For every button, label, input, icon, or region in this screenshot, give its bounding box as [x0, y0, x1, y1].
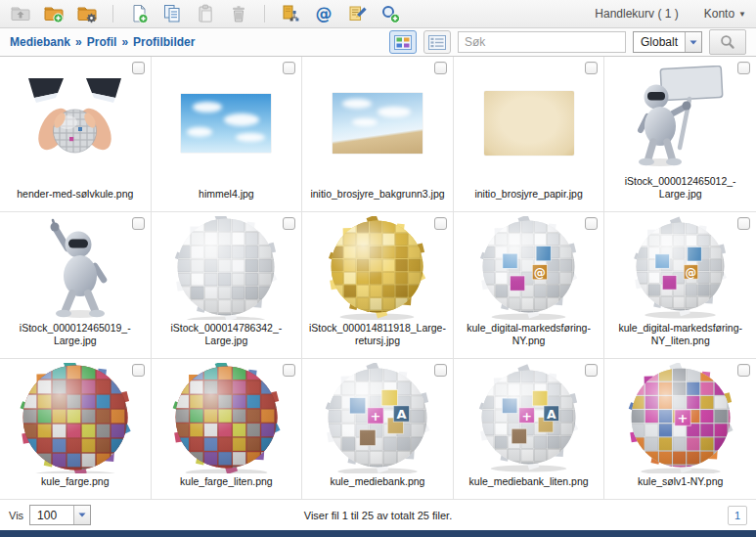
file-thumbnail: [306, 61, 449, 186]
file-cell[interactable]: kule_farge.png: [0, 359, 152, 500]
file-thumbnail: @: [458, 216, 600, 320]
search-button[interactable]: [709, 29, 746, 55]
file-name: kule_digital-markedsføring-NY_liten.png: [608, 320, 752, 354]
footer-bar: Vis 100 Viser fil 1 til 25 av totalt 25 …: [0, 500, 756, 530]
file-thumbnail: [4, 363, 147, 473]
search-input[interactable]: [458, 31, 626, 53]
file-checkbox[interactable]: [132, 364, 145, 377]
file-thumbnail: [4, 61, 147, 186]
main-toolbar: @ Handlekurv ( 1 ) Konto ▼: [0, 0, 756, 28]
search-add-icon[interactable]: [379, 3, 401, 24]
page-size-value: 100: [30, 509, 73, 522]
file-thumbnail: +A: [306, 363, 449, 473]
copy-icon[interactable]: [161, 3, 183, 24]
page-number-button[interactable]: 1: [728, 506, 747, 525]
file-cell[interactable]: iStock_000012465012_-Large.jpg: [604, 57, 756, 212]
account-label: Konto: [704, 7, 734, 21]
nav-bar: Mediebank » Profil » Profilbilder Global…: [0, 28, 756, 57]
file-name: kule_mediebank.png: [306, 473, 449, 495]
toolbar-icon-group: @: [10, 3, 401, 24]
nav-right-controls: Globalt: [389, 29, 746, 55]
grid-view-button[interactable]: [389, 30, 417, 54]
file-cell[interactable]: initio_brosjyre_papir.jpg: [454, 57, 605, 212]
file-name: initio_brosjyre_bakgrunn3.jpg: [306, 186, 449, 207]
file-cell[interactable]: iStock_000014786342_-Large.jpg: [152, 212, 303, 359]
folder-up-icon: [10, 3, 31, 24]
folder-settings-icon[interactable]: [76, 3, 98, 24]
file-checkbox[interactable]: [434, 364, 447, 377]
page-size-select[interactable]: 100: [29, 505, 91, 525]
file-name: kule_digital-markedsføring-NY.png: [458, 320, 600, 354]
select-arrow[interactable]: [73, 506, 90, 524]
breadcrumb-item-profilbilder[interactable]: Profilbilder: [133, 35, 195, 49]
file-name: kule_sølv1-NY.png: [608, 473, 752, 495]
search-icon: [720, 34, 735, 50]
file-checkbox[interactable]: [585, 217, 598, 230]
file-cell[interactable]: +A kule_mediebank.png: [302, 359, 454, 500]
toolbar-right: Handlekurv ( 1 ) Konto ▼: [595, 7, 746, 21]
list-view-icon: [428, 35, 446, 50]
file-checkbox[interactable]: [585, 364, 598, 377]
file-checkbox[interactable]: [737, 62, 750, 74]
breadcrumb-item-profil[interactable]: Profil: [87, 35, 117, 49]
file-cell[interactable]: himmel4.jpg: [152, 57, 303, 212]
sitemap-icon[interactable]: [280, 3, 301, 24]
file-checkbox[interactable]: [132, 217, 145, 230]
file-thumbnail: [608, 61, 752, 173]
file-cell[interactable]: iStock_000014811918_Large-retursj.jpg: [302, 212, 454, 359]
account-menu[interactable]: Konto ▼: [704, 7, 746, 21]
folder-add-icon[interactable]: [43, 3, 65, 24]
select-arrow[interactable]: [685, 32, 701, 52]
breadcrumb-separator: »: [121, 35, 128, 49]
file-checkbox[interactable]: [283, 364, 295, 377]
paste-icon: [195, 3, 216, 24]
toolbar-divider: [264, 5, 265, 22]
file-name: hender-med-sølvkule.png: [4, 186, 147, 207]
email-icon[interactable]: @: [313, 3, 334, 24]
breadcrumb-item-mediebank[interactable]: Mediebank: [10, 35, 70, 49]
file-name: himmel4.jpg: [156, 186, 298, 207]
file-thumbnail: [156, 363, 298, 473]
file-checkbox[interactable]: [283, 62, 295, 74]
file-thumbnail: +A: [458, 363, 600, 473]
grid-view-icon: [394, 35, 412, 50]
file-thumbnail: [458, 61, 600, 186]
cart-link[interactable]: Handlekurv ( 1 ): [595, 7, 678, 21]
file-cell[interactable]: +A kule_mediebank_liten.png: [454, 359, 605, 500]
window-bottom-edge: [0, 530, 756, 537]
file-checkbox[interactable]: [737, 217, 750, 230]
toolbar-divider: [112, 5, 113, 22]
file-name: iStock_000012465019_-Large.jpg: [4, 320, 147, 354]
file-cell[interactable]: kule_farge_liten.png: [152, 359, 303, 500]
file-cell[interactable]: + kule_sølv1-NY.png: [604, 359, 756, 500]
file-checkbox[interactable]: [434, 217, 447, 230]
list-view-button[interactable]: [423, 30, 451, 54]
file-name: iStock_000012465012_-Large.jpg: [608, 173, 752, 207]
trash-icon: [228, 3, 249, 24]
file-checkbox[interactable]: [283, 217, 295, 230]
file-thumbnail: [306, 216, 449, 320]
file-cell[interactable]: initio_brosjyre_bakgrunn3.jpg: [302, 57, 454, 212]
show-label: Vis: [9, 510, 23, 521]
file-cell[interactable]: @ kule_digital-markedsføring-NY.png: [454, 212, 605, 359]
file-checkbox[interactable]: [737, 364, 750, 377]
file-checkbox[interactable]: [132, 62, 145, 74]
chevron-down-icon: [78, 513, 86, 517]
file-checkbox[interactable]: [434, 62, 447, 74]
edit-icon[interactable]: [346, 3, 368, 24]
search-scope-select[interactable]: Globalt: [633, 31, 702, 53]
file-cell[interactable]: iStock_000012465019_-Large.jpg: [0, 212, 152, 359]
search-scope-value: Globalt: [634, 35, 685, 49]
file-name: iStock_000014786342_-Large.jpg: [156, 320, 298, 354]
file-cell[interactable]: hender-med-sølvkule.png: [0, 57, 152, 212]
cart-label: Handlekurv ( 1 ): [595, 7, 678, 21]
file-thumbnail: [4, 216, 147, 320]
file-thumbnail: @: [608, 216, 752, 320]
file-cell[interactable]: @ kule_digital-markedsføring-NY_liten.pn…: [604, 212, 756, 359]
file-checkbox[interactable]: [585, 62, 598, 74]
file-add-icon[interactable]: [128, 3, 150, 24]
file-thumbnail: [156, 216, 298, 320]
breadcrumb: Mediebank » Profil » Profilbilder: [10, 35, 195, 49]
file-grid: hender-med-sølvkule.png himmel4.jpg init…: [0, 57, 756, 500]
chevron-down-icon: ▼: [738, 10, 746, 19]
